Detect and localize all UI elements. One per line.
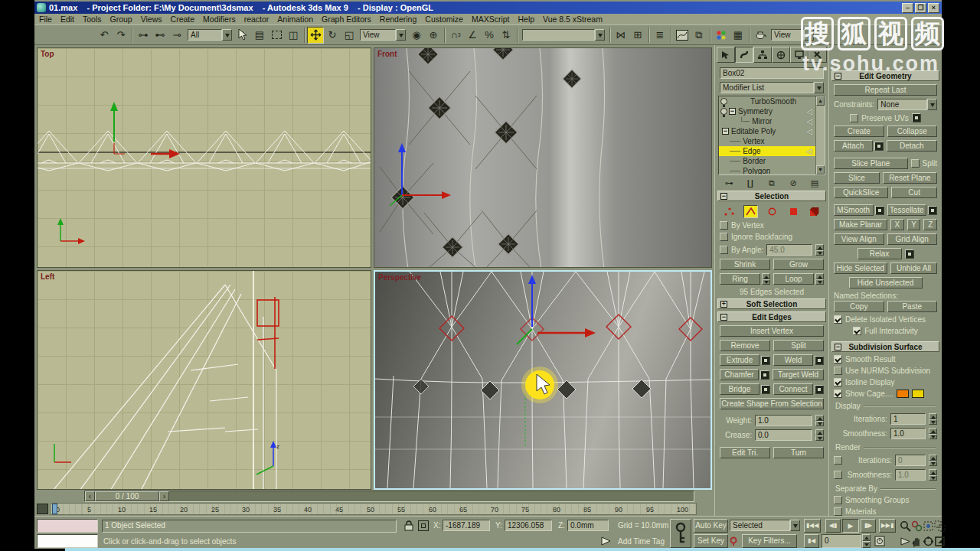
rollout-soft-selection[interactable]: +Soft Selection	[717, 298, 826, 309]
modifier-list-dropdown[interactable]: Modifier List	[720, 82, 824, 93]
collapse-button[interactable]: Collapse	[887, 126, 938, 137]
rollout-selection[interactable]: −Selection	[717, 191, 826, 201]
key-mode-icon[interactable]: ▮◀	[804, 534, 819, 548]
crease-spinner[interactable]	[815, 429, 824, 441]
close-button[interactable]: ×	[928, 3, 939, 13]
constraints-select[interactable]: None	[877, 99, 937, 110]
visibility-bulb-icon[interactable]	[720, 98, 727, 105]
polygon-subobject-icon[interactable]	[786, 205, 801, 218]
title-bar[interactable]: 01.max - Project Folder: F:\My Document\…	[34, 2, 942, 14]
display-iterations-spinner[interactable]	[929, 413, 937, 425]
weld-button[interactable]: Weld	[773, 354, 813, 366]
absolute-offset-toggle-icon[interactable]	[418, 520, 429, 531]
restore-button[interactable]: ❐	[915, 3, 926, 13]
by-vertex-checkbox[interactable]	[720, 221, 728, 230]
menu-maxscript[interactable]: MAXScript	[472, 15, 510, 24]
set-key-button[interactable]: Set Key	[694, 534, 728, 548]
menu-file[interactable]: File	[39, 15, 52, 24]
render-smoothness-spinner[interactable]	[929, 469, 937, 481]
relax-button[interactable]: Relax	[858, 248, 902, 259]
make-planar-z-button[interactable]: Z	[923, 219, 937, 230]
stack-item-symmetry[interactable]: −Symmetry◁	[719, 106, 815, 116]
chamfer-button[interactable]: Chamfer	[720, 369, 759, 380]
select-manipulate-icon[interactable]: ⊕	[425, 27, 442, 44]
schematic-view-icon[interactable]: ⧉	[691, 27, 707, 44]
view-align-button[interactable]: View Align	[834, 233, 884, 245]
delete-isolated-vertices-checkbox[interactable]	[834, 315, 842, 324]
reset-plane-button[interactable]: Reset Plane	[883, 172, 937, 184]
weight-field[interactable]: 1.0	[755, 415, 812, 426]
ignore-backfacing-checkbox[interactable]	[720, 233, 728, 241]
full-interactivity-checkbox[interactable]	[853, 327, 861, 335]
y-coordinate-field[interactable]: 12306.058	[505, 520, 552, 531]
redo-icon[interactable]: ↷	[113, 27, 129, 44]
viewport-left[interactable]: Left z	[37, 270, 371, 490]
stack-item-vertex[interactable]: ──Vertex	[719, 136, 815, 146]
selection-region-icon[interactable]	[268, 27, 285, 44]
undo-icon[interactable]: ↶	[96, 27, 113, 44]
preserve-uvs-settings-icon[interactable]	[912, 113, 921, 122]
tessellate-button[interactable]: Tessellate	[887, 204, 927, 216]
menu-edit[interactable]: Edit	[60, 15, 74, 24]
select-object-icon[interactable]	[234, 27, 251, 44]
copy-button[interactable]: Copy	[834, 301, 884, 312]
render-smoothness-checkbox[interactable]	[834, 471, 842, 479]
detach-button[interactable]: Detach	[887, 140, 938, 152]
stack-item-editable-poly[interactable]: −Editable Poly◁	[719, 126, 815, 136]
modifier-list-dropdown-icon[interactable]	[814, 82, 824, 93]
shrink-button[interactable]: Shrink	[720, 259, 770, 270]
reference-coordsys-select[interactable]: View	[360, 29, 406, 41]
menu-customize[interactable]: Customize	[425, 15, 463, 24]
selection-lock-icon[interactable]	[403, 520, 414, 531]
target-weld-button[interactable]: Target Weld	[773, 369, 824, 380]
stack-item-turbosmooth[interactable]: TurboSmooth	[719, 96, 815, 106]
visibility-bulb-icon[interactable]	[720, 108, 727, 115]
render-setup-icon[interactable]: ▦	[730, 27, 746, 44]
remove-button[interactable]: Remove	[720, 340, 770, 351]
menu-group[interactable]: Group	[110, 15, 132, 24]
by-angle-spinner[interactable]	[815, 244, 824, 256]
menu-tools[interactable]: Tools	[83, 15, 102, 24]
weight-spinner[interactable]	[815, 415, 824, 426]
menu-graph-editors[interactable]: Graph Editors	[322, 15, 371, 24]
key-filter-mode-select[interactable]: Selected	[730, 520, 800, 531]
zoom-extents-all-icon[interactable]	[933, 519, 947, 533]
material-editor-icon[interactable]	[713, 27, 730, 44]
snap-toggle-icon[interactable]: ∩3	[447, 27, 464, 44]
display-smoothness-spinner[interactable]	[929, 428, 937, 439]
split-button[interactable]: Split	[773, 340, 824, 351]
named-sets-dropdown-icon[interactable]	[595, 29, 605, 41]
menu-rendering[interactable]: Rendering	[380, 15, 416, 24]
create-button[interactable]: Create	[834, 126, 884, 137]
key-filters-button[interactable]: Key Filters...	[742, 534, 797, 548]
render-iterations-field[interactable]: 0	[895, 455, 926, 466]
previous-frame-icon[interactable]: ◀▮	[825, 519, 841, 533]
frame-spinner[interactable]	[862, 534, 871, 548]
show-cage-checkbox[interactable]	[834, 390, 842, 398]
weld-settings-icon[interactable]	[815, 356, 824, 365]
minimize-button[interactable]: –	[902, 3, 913, 13]
bind-to-spacewarp-icon[interactable]: ⊸	[168, 27, 185, 44]
grow-button[interactable]: Grow	[773, 259, 824, 270]
turn-button[interactable]: Turn	[773, 447, 824, 458]
make-unique-icon[interactable]: ⧉	[766, 178, 778, 188]
curve-editor-icon[interactable]	[674, 27, 691, 44]
border-subobject-icon[interactable]	[765, 205, 779, 218]
time-slider[interactable]: ‹ 0 / 100 ›	[84, 491, 694, 502]
quickslice-button[interactable]: QuickSlice	[834, 187, 888, 198]
connect-settings-icon[interactable]	[815, 385, 824, 394]
display-iterations-field[interactable]: 1	[890, 413, 926, 425]
slice-plane-button[interactable]: Slice Plane	[834, 158, 908, 169]
stack-item-mirror[interactable]: └─Mirror◁	[719, 116, 815, 126]
go-to-end-icon[interactable]: ▶▶▮	[879, 519, 896, 533]
window-crossing-icon[interactable]: ◫	[285, 27, 302, 44]
add-time-tag[interactable]: Add Time Tag	[618, 537, 665, 546]
time-slider-next-icon[interactable]: ›	[159, 491, 169, 501]
viewport-front[interactable]: Front	[374, 47, 712, 268]
slice-button[interactable]: Slice	[834, 172, 880, 184]
render-production-icon[interactable]	[752, 27, 769, 44]
use-nurms-checkbox[interactable]	[834, 367, 842, 375]
make-planar-button[interactable]: Make Planar	[834, 219, 887, 230]
make-planar-y-button[interactable]: Y	[907, 219, 921, 230]
connect-button[interactable]: Connect	[773, 383, 813, 395]
